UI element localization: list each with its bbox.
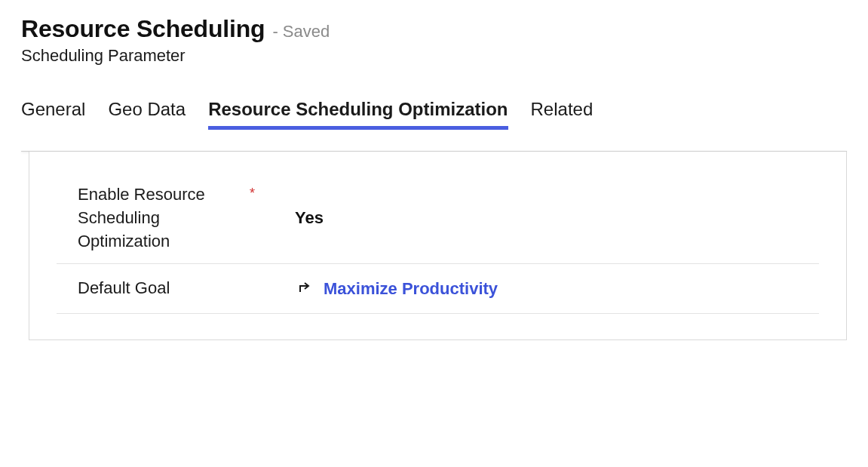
tab-bar: General Geo Data Resource Scheduling Opt… [21, 99, 847, 130]
field-enable-rso: Enable Resource Scheduling Optimization … [57, 173, 819, 264]
field-default-goal-label-col: Default Goal [78, 277, 289, 300]
field-default-goal-link[interactable]: Maximize Productivity [324, 279, 498, 299]
field-default-goal: Default Goal Maximize Productivity [57, 264, 819, 314]
field-enable-rso-label-col: Enable Resource Scheduling Optimization … [78, 183, 289, 253]
entity-subtitle: Scheduling Parameter [21, 46, 847, 66]
required-indicator: * [250, 183, 255, 200]
lookup-icon [295, 278, 313, 300]
field-default-goal-label: Default Goal [78, 277, 170, 300]
field-enable-rso-value-text: Yes [295, 208, 324, 228]
field-enable-rso-label: Enable Resource Scheduling Optimization [78, 183, 244, 253]
tab-resource-scheduling-optimization[interactable]: Resource Scheduling Optimization [208, 99, 508, 130]
form-header: Resource Scheduling - Saved Scheduling P… [21, 15, 847, 66]
field-enable-rso-value[interactable]: Yes [289, 208, 819, 228]
tab-geo-data[interactable]: Geo Data [108, 99, 186, 130]
form-panel: Enable Resource Scheduling Optimization … [29, 152, 847, 340]
page-title: Resource Scheduling [21, 15, 265, 43]
tab-related[interactable]: Related [531, 99, 593, 130]
tab-general[interactable]: General [21, 99, 85, 130]
title-row: Resource Scheduling - Saved [21, 15, 847, 43]
field-default-goal-value[interactable]: Maximize Productivity [289, 278, 819, 300]
save-status: - Saved [272, 22, 330, 41]
